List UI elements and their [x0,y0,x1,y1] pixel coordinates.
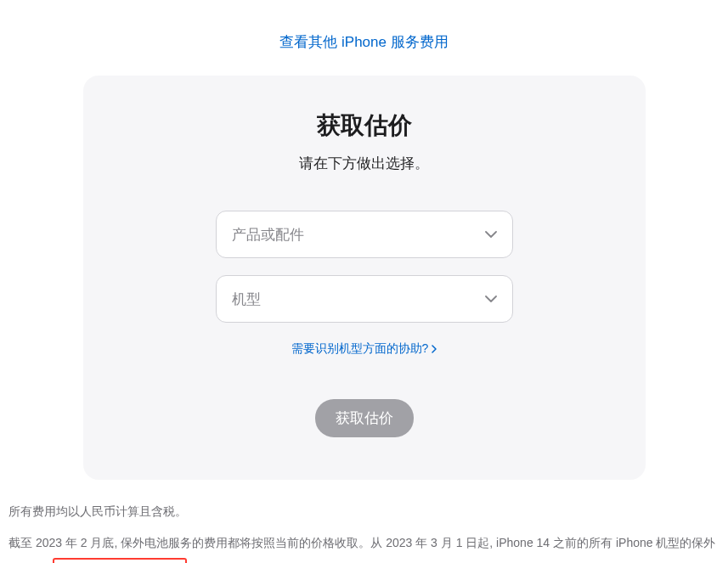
model-select-wrapper: 机型 [216,275,513,323]
help-link-text: 需要识别机型方面的协助? [291,341,429,357]
product-select[interactable]: 产品或配件 [216,211,513,258]
help-identify-link[interactable]: 需要识别机型方面的协助? [291,341,437,357]
top-link-container: 查看其他 iPhone 服务费用 [0,0,728,76]
get-estimate-button[interactable]: 获取估价 [315,399,414,437]
chevron-right-icon [432,345,437,353]
product-select-wrapper: 产品或配件 [216,211,513,258]
chevron-down-icon [485,296,497,302]
card-subtitle: 请在下方做出选择。 [117,154,612,173]
product-select-placeholder: 产品或配件 [232,225,304,245]
footer-note-2: 截至 2023 年 2 月底, 保外电池服务的费用都将按照当前的价格收取。从 2… [8,530,720,563]
footer-note-1: 所有费用均以人民币计算且含税。 [8,498,720,525]
chevron-down-icon [485,231,497,238]
estimate-card: 获取估价 请在下方做出选择。 产品或配件 机型 需要识别机型方面的协助? 获取估… [83,76,646,480]
other-services-link[interactable]: 查看其他 iPhone 服务费用 [279,34,448,50]
submit-container: 获取估价 [117,399,612,437]
model-select-placeholder: 机型 [232,290,261,309]
card-title: 获取估价 [117,110,612,142]
model-select[interactable]: 机型 [216,275,513,323]
price-increase-highlight: 费用将增加 RMB 169。 [53,558,187,563]
footer-notes: 所有费用均以人民币计算且含税。 截至 2023 年 2 月底, 保外电池服务的费… [8,498,720,563]
